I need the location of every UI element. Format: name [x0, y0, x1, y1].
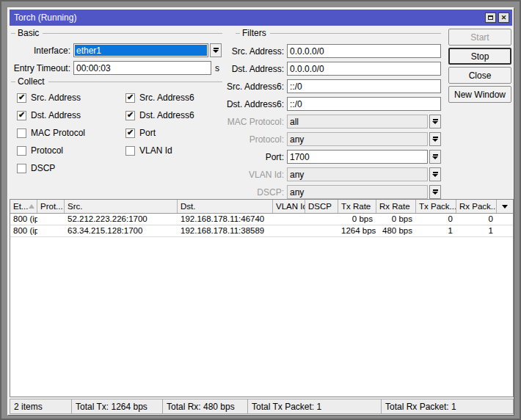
filter-port-row: Port: 1700 [221, 150, 441, 164]
cell-dst: 192.168.178.11:46740 [178, 214, 273, 225]
table-row[interactable]: 800 (ip) 63.34.215.128:1700 192.168.178.… [10, 225, 513, 237]
interface-value: ether1 [75, 45, 207, 56]
interface-select[interactable]: ether1 [73, 43, 208, 57]
cell-tx-packet: 0 [416, 214, 456, 225]
dropdown-icon [433, 154, 438, 156]
checkbox-label: Protocol [31, 145, 63, 156]
interface-dropdown-button[interactable] [210, 43, 222, 57]
cell-rx-rate: 0 bps [376, 214, 416, 225]
src-address-input[interactable]: 0.0.0.0/0 [287, 44, 441, 58]
checkbox-mac-protocol[interactable]: ✔ MAC Protocol [17, 128, 85, 138]
mac-protocol-dropdown-button[interactable] [429, 115, 441, 128]
filter-protocol-row: Protocol: any [221, 132, 441, 146]
filter-label: MAC Protocol: [221, 117, 287, 127]
checkbox-port[interactable]: ✔ Port [125, 128, 156, 138]
checkbox-icon: ✔ [17, 146, 26, 156]
filter-label: VLAN Id: [221, 170, 287, 180]
port-input[interactable]: 1700 [287, 150, 428, 164]
filter-label: Src. Address6: [221, 82, 287, 92]
vlan-id-select: any [287, 167, 428, 181]
column-header-dst[interactable]: Dst. [178, 200, 273, 213]
collect-group-legend: Collect [11, 77, 222, 86]
status-item-count: 2 items [10, 399, 72, 414]
checkbox-icon: ✔ [17, 128, 26, 138]
legend-tick [236, 33, 240, 34]
new-window-button[interactable]: New Window [448, 86, 511, 103]
basic-group-legend: Basic [11, 29, 222, 37]
checkbox-icon: ✔ [125, 128, 135, 138]
legend-tick [11, 82, 15, 82]
filter-label: Dst. Address: [221, 64, 287, 74]
checkbox-dst-address[interactable]: ✔ Dst. Address [17, 110, 81, 120]
interface-row: Interface: ether1 [8, 43, 222, 57]
src-address6-input[interactable]: ::/0 [287, 79, 441, 93]
legend-line [48, 82, 222, 82]
checkbox-icon: ✔ [125, 146, 135, 156]
status-total-tx-packet: Total Tx Packet: 1 [247, 399, 382, 414]
vlan-id-dropdown-button[interactable] [429, 167, 441, 181]
checkbox-src-address6[interactable]: ✔ Src. Address6 [125, 93, 194, 103]
table-header-row: Et... Prot... Src. Dst. VLAN Id DSCP Tx … [10, 200, 513, 214]
checkbox-dscp[interactable]: ✔ DSCP [17, 163, 55, 173]
column-header-vlan-id[interactable]: VLAN Id [273, 200, 305, 213]
checkbox-label: Src. Address [31, 93, 81, 103]
close-window-button[interactable]: Close [448, 67, 511, 84]
checkbox-icon: ✔ [125, 111, 135, 120]
dst-address6-input[interactable]: ::/0 [287, 97, 441, 111]
legend-tick [11, 33, 15, 34]
entry-timeout-row: Entry Timeout: 00:00:03 s [8, 61, 219, 75]
cell-rx-rate: 480 bps [376, 225, 416, 236]
protocol-dropdown-button[interactable] [429, 132, 441, 146]
cell-rx-packet: 0 [456, 214, 497, 225]
port-dropdown-button[interactable] [429, 150, 441, 164]
column-menu-button[interactable] [497, 200, 513, 213]
dscp-dropdown-button[interactable] [429, 185, 441, 199]
cell-src: 52.212.223.226:1700 [65, 214, 178, 225]
checkbox-vlan-id[interactable]: ✔ VLAN Id [125, 145, 172, 156]
basic-group-label: Basic [18, 28, 43, 38]
filter-label: Src. Address: [221, 46, 287, 57]
filter-src-address-row: Src. Address: 0.0.0.0/0 [221, 44, 441, 58]
checkbox-icon: ✔ [17, 111, 26, 120]
checkbox-icon: ✔ [125, 93, 135, 103]
column-header-rx-rate[interactable]: Rx Rate [376, 200, 416, 213]
cell-tx-rate: 0 bps [338, 214, 376, 225]
checkbox-label: DSCP [31, 163, 55, 173]
column-header-prot[interactable]: Prot... [37, 200, 65, 213]
filter-dscp-row: DSCP: any [221, 185, 441, 199]
entry-timeout-input[interactable]: 00:00:03 [73, 61, 211, 75]
table-row[interactable]: 800 (ip) 52.212.223.226:1700 192.168.178… [10, 214, 513, 225]
close-button[interactable]: ✕ [498, 12, 509, 23]
checkbox-label: VLAN Id [139, 145, 172, 156]
column-header-tx-rate[interactable]: Tx Rate [338, 200, 376, 213]
filter-mac-protocol-row: MAC Protocol: all [221, 115, 441, 128]
window-title: Torch (Running) [14, 12, 76, 23]
checkbox-label: Dst. Address [31, 110, 81, 120]
filters-group-label: Filters [242, 28, 270, 38]
cell-et: 800 (ip) [10, 225, 37, 236]
checkbox-src-address[interactable]: ✔ Src. Address [17, 93, 81, 103]
cell-tx-rate: 1264 bps [338, 225, 376, 236]
start-button[interactable]: Start [448, 29, 511, 46]
maximize-button[interactable] [485, 12, 496, 23]
filter-dst-address-row: Dst. Address: 0.0.0.0/0 [221, 62, 441, 76]
column-header-src[interactable]: Src. [65, 200, 178, 213]
titlebar[interactable]: Torch (Running) ✕ [10, 10, 512, 26]
checkbox-protocol[interactable]: ✔ Protocol [17, 145, 63, 156]
checkbox-dst-address6[interactable]: ✔ Dst. Address6 [125, 110, 194, 120]
checkbox-label: MAC Protocol [31, 128, 85, 138]
cell-prot [37, 225, 65, 236]
column-header-tx-packet[interactable]: Tx Pack... [416, 200, 456, 213]
column-header-dscp[interactable]: DSCP [305, 200, 338, 213]
filter-dst-address6-row: Dst. Address6: ::/0 [221, 97, 441, 111]
collect-group-label: Collect [18, 76, 48, 87]
cell-dscp [305, 214, 338, 225]
column-header-rx-packet[interactable]: Rx Pack... [456, 200, 497, 213]
interface-label: Interface: [8, 46, 73, 56]
stop-button[interactable]: Stop [448, 48, 511, 65]
dst-address-input[interactable]: 0.0.0.0/0 [287, 62, 441, 76]
torch-window: Torch (Running) ✕ Basic Interface: ether… [7, 7, 514, 416]
column-header-et[interactable]: Et... [10, 200, 37, 213]
protocol-select: any [287, 132, 428, 146]
filter-label: Port: [221, 152, 287, 162]
